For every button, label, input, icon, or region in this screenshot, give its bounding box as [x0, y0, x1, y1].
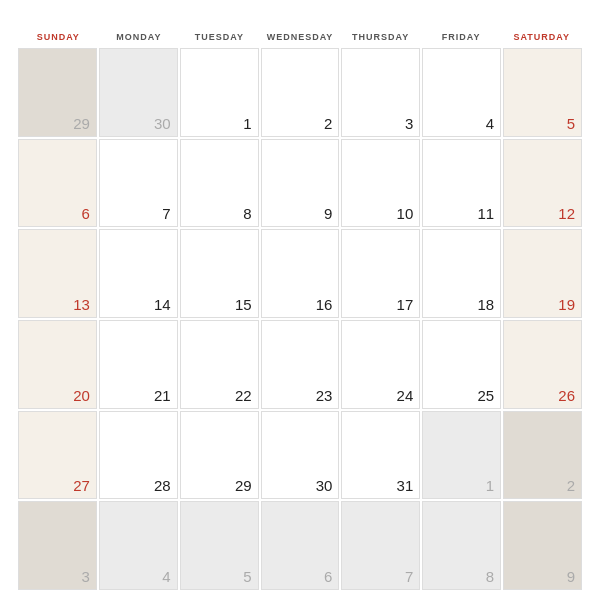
- day-number: 20: [73, 387, 90, 404]
- calendar-cell[interactable]: 9: [261, 139, 340, 228]
- calendar-cell[interactable]: 4: [99, 501, 178, 590]
- day-header-wednesday: WEDNESDAY: [260, 28, 341, 46]
- day-number: 23: [316, 387, 333, 404]
- calendar-cell[interactable]: 1: [180, 48, 259, 137]
- calendar-cell[interactable]: 7: [341, 501, 420, 590]
- day-number: 6: [324, 568, 332, 585]
- day-number: 6: [82, 205, 90, 222]
- calendar-cell[interactable]: 29: [18, 48, 97, 137]
- day-number: 22: [235, 387, 252, 404]
- day-header-thursday: THURSDAY: [340, 28, 421, 46]
- day-number: 11: [477, 205, 494, 222]
- day-number: 27: [73, 477, 90, 494]
- day-number: 28: [154, 477, 171, 494]
- day-number: 7: [162, 205, 170, 222]
- calendar-grid: 2930123456789101112131415161718192021222…: [18, 48, 582, 590]
- calendar-cell[interactable]: 31: [341, 411, 420, 500]
- calendar-cell[interactable]: 16: [261, 229, 340, 318]
- calendar-cell[interactable]: 3: [341, 48, 420, 137]
- day-number: 5: [567, 115, 575, 132]
- calendar-cell[interactable]: 2: [261, 48, 340, 137]
- calendar-cell[interactable]: 3: [18, 501, 97, 590]
- day-number: 24: [397, 387, 414, 404]
- calendar-cell[interactable]: 26: [503, 320, 582, 409]
- day-number: 30: [154, 115, 171, 132]
- calendar-cell[interactable]: 29: [180, 411, 259, 500]
- calendar-cell[interactable]: 6: [18, 139, 97, 228]
- calendar-cell[interactable]: 27: [18, 411, 97, 500]
- calendar-cell[interactable]: 7: [99, 139, 178, 228]
- calendar-cell[interactable]: 2: [503, 411, 582, 500]
- day-number: 30: [316, 477, 333, 494]
- day-number: 21: [154, 387, 171, 404]
- calendar-cell[interactable]: 4: [422, 48, 501, 137]
- calendar-cell[interactable]: 1: [422, 411, 501, 500]
- calendar-cell[interactable]: 19: [503, 229, 582, 318]
- day-number: 5: [243, 568, 251, 585]
- day-number: 14: [154, 296, 171, 313]
- calendar-cell[interactable]: 15: [180, 229, 259, 318]
- day-number: 17: [397, 296, 414, 313]
- calendar-cell[interactable]: 6: [261, 501, 340, 590]
- day-number: 18: [477, 296, 494, 313]
- calendar-cell[interactable]: 20: [18, 320, 97, 409]
- calendar-cell[interactable]: 23: [261, 320, 340, 409]
- day-number: 1: [243, 115, 251, 132]
- day-number: 4: [486, 115, 494, 132]
- day-number: 26: [558, 387, 575, 404]
- day-number: 29: [73, 115, 90, 132]
- day-number: 8: [486, 568, 494, 585]
- calendar-cell[interactable]: 8: [180, 139, 259, 228]
- calendar-cell[interactable]: 24: [341, 320, 420, 409]
- day-number: 19: [558, 296, 575, 313]
- calendar-cell[interactable]: 12: [503, 139, 582, 228]
- calendar-cell[interactable]: 30: [261, 411, 340, 500]
- calendar-cell[interactable]: 9: [503, 501, 582, 590]
- calendar-cell[interactable]: 10: [341, 139, 420, 228]
- day-number: 3: [405, 115, 413, 132]
- day-number: 31: [397, 477, 414, 494]
- calendar-cell[interactable]: 22: [180, 320, 259, 409]
- day-number: 2: [324, 115, 332, 132]
- day-number: 9: [324, 205, 332, 222]
- calendar-cell[interactable]: 5: [503, 48, 582, 137]
- day-headers: SUNDAYMONDAYTUESDAYWEDNESDAYTHURSDAYFRID…: [18, 28, 582, 46]
- day-number: 3: [82, 568, 90, 585]
- day-header-sunday: SUNDAY: [18, 28, 99, 46]
- day-header-monday: MONDAY: [99, 28, 180, 46]
- day-number: 8: [243, 205, 251, 222]
- day-number: 29: [235, 477, 252, 494]
- calendar-cell[interactable]: 5: [180, 501, 259, 590]
- day-header-saturday: SATURDAY: [501, 28, 582, 46]
- calendar-cell[interactable]: 21: [99, 320, 178, 409]
- day-number: 9: [567, 568, 575, 585]
- day-number: 25: [477, 387, 494, 404]
- calendar-cell[interactable]: 17: [341, 229, 420, 318]
- calendar-cell[interactable]: 8: [422, 501, 501, 590]
- day-number: 2: [567, 477, 575, 494]
- day-number: 10: [397, 205, 414, 222]
- calendar: SUNDAYMONDAYTUESDAYWEDNESDAYTHURSDAYFRID…: [0, 0, 600, 600]
- day-number: 1: [486, 477, 494, 494]
- calendar-cell[interactable]: 13: [18, 229, 97, 318]
- day-number: 16: [316, 296, 333, 313]
- calendar-cell[interactable]: 28: [99, 411, 178, 500]
- day-header-tuesday: TUESDAY: [179, 28, 260, 46]
- calendar-cell[interactable]: 18: [422, 229, 501, 318]
- calendar-cell[interactable]: 14: [99, 229, 178, 318]
- day-number: 13: [73, 296, 90, 313]
- day-header-friday: FRIDAY: [421, 28, 502, 46]
- day-number: 15: [235, 296, 252, 313]
- day-number: 12: [558, 205, 575, 222]
- calendar-cell[interactable]: 11: [422, 139, 501, 228]
- day-number: 4: [162, 568, 170, 585]
- calendar-cell[interactable]: 30: [99, 48, 178, 137]
- day-number: 7: [405, 568, 413, 585]
- calendar-cell[interactable]: 25: [422, 320, 501, 409]
